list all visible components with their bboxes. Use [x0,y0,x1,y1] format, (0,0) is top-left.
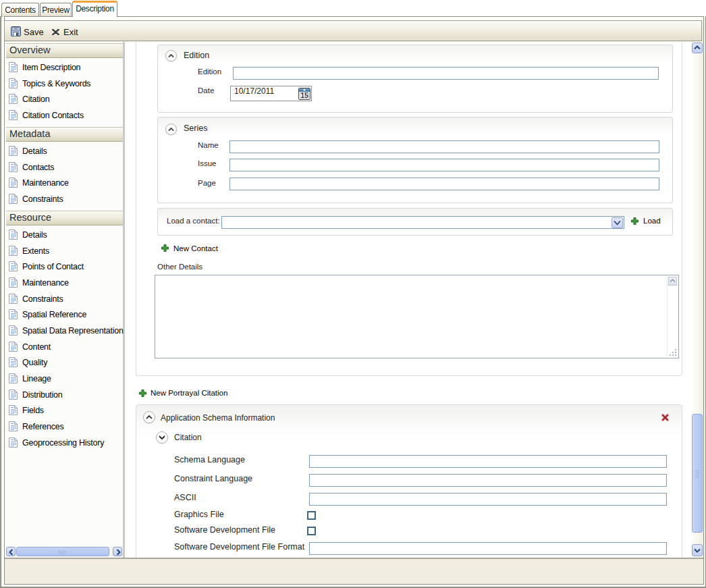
svg-text:15: 15 [300,91,308,99]
